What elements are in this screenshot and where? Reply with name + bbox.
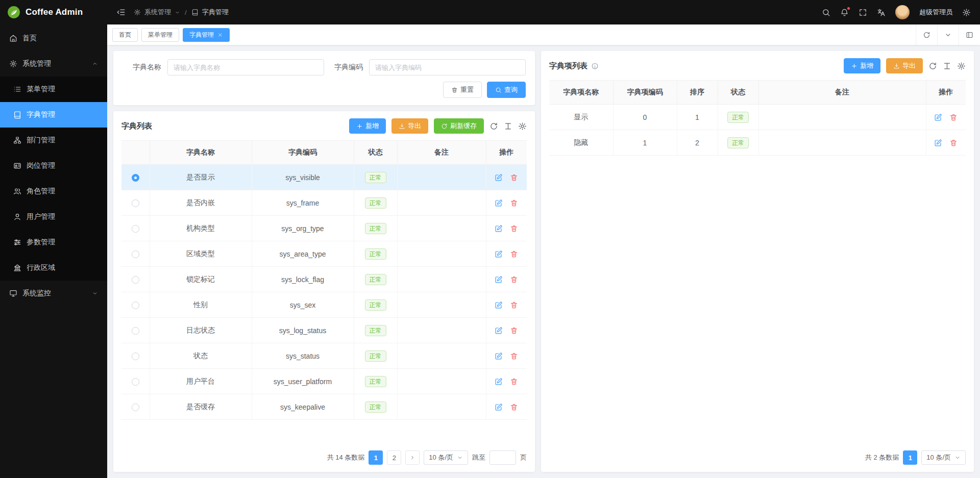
sidebar-item-home[interactable]: 首页 xyxy=(0,26,107,51)
table-row[interactable]: 状态 sys_status 正常 xyxy=(121,343,527,369)
edit-icon[interactable] xyxy=(495,173,503,182)
close-icon[interactable] xyxy=(217,32,223,38)
bell-icon[interactable] xyxy=(840,8,849,17)
table-row[interactable]: 机构类型 sys_org_type 正常 xyxy=(121,216,527,241)
refresh-icon[interactable] xyxy=(916,24,937,45)
row-radio[interactable] xyxy=(132,225,139,233)
jump-page-input[interactable] xyxy=(489,450,516,465)
query-button[interactable]: 查询 xyxy=(487,82,526,98)
page-button-1[interactable]: 1 xyxy=(903,450,917,465)
sidebar-item-post-mgmt[interactable]: 岗位管理 xyxy=(0,153,107,179)
column-settings-icon[interactable] xyxy=(518,122,527,131)
edit-icon[interactable] xyxy=(495,275,503,284)
fullscreen-icon[interactable] xyxy=(859,8,867,17)
user-name[interactable]: 超级管理员 xyxy=(919,8,952,17)
sidebar-item-region-mgmt[interactable]: 行政区域 xyxy=(0,255,107,281)
breadcrumb-item-system[interactable]: 系统管理 xyxy=(144,8,171,17)
table-row[interactable]: 显示 0 1 正常 xyxy=(549,105,966,130)
row-radio[interactable] xyxy=(132,276,139,284)
table-row[interactable]: 隐藏 1 2 正常 xyxy=(549,130,966,156)
delete-icon[interactable] xyxy=(510,301,518,309)
edit-icon[interactable] xyxy=(495,250,503,258)
dict-name-label: 字典名称 xyxy=(122,63,167,72)
density-icon[interactable] xyxy=(504,122,512,131)
delete-icon[interactable] xyxy=(510,326,518,335)
dict-code-input[interactable] xyxy=(369,59,526,76)
page-button-1[interactable]: 1 xyxy=(369,450,383,465)
avatar[interactable] xyxy=(895,5,910,19)
tab-dict-mgmt[interactable]: 字典管理 xyxy=(183,28,230,42)
delete-icon[interactable] xyxy=(949,139,958,147)
delete-icon[interactable] xyxy=(510,173,518,182)
page-size-select[interactable]: 10 条/页 xyxy=(424,450,468,465)
delete-icon[interactable] xyxy=(510,275,518,284)
edit-icon[interactable] xyxy=(495,378,503,386)
chevron-down-icon[interactable] xyxy=(175,10,180,15)
row-radio[interactable] xyxy=(132,378,139,386)
translate-icon[interactable] xyxy=(877,8,886,17)
table-row[interactable]: 是否显示 sys_visible 正常 xyxy=(121,165,527,190)
delete-icon[interactable] xyxy=(510,403,518,411)
sidebar-item-system-mgmt[interactable]: 系统管理 xyxy=(0,51,107,77)
status-badge: 正常 xyxy=(365,274,386,285)
delete-icon[interactable] xyxy=(510,378,518,386)
edit-icon[interactable] xyxy=(934,113,942,121)
tab-home[interactable]: 首页 xyxy=(112,28,138,42)
row-radio[interactable] xyxy=(132,353,139,360)
delete-icon[interactable] xyxy=(510,250,518,258)
table-row[interactable]: 用户平台 sys_user_platform 正常 xyxy=(121,369,527,394)
refresh-cache-button[interactable]: 刷新缓存 xyxy=(434,118,484,134)
layout-icon[interactable] xyxy=(959,24,980,45)
density-icon[interactable] xyxy=(943,62,951,70)
edit-icon[interactable] xyxy=(495,301,503,309)
search-icon[interactable] xyxy=(822,8,830,17)
app-logo[interactable]: Coffee Admin xyxy=(0,0,107,24)
add-item-button[interactable]: 新增 xyxy=(844,58,880,73)
edit-icon[interactable] xyxy=(495,403,503,411)
refresh-icon[interactable] xyxy=(489,122,498,131)
export-button[interactable]: 导出 xyxy=(391,118,428,134)
sidebar-item-menu-mgmt[interactable]: 菜单管理 xyxy=(0,77,107,102)
row-radio[interactable] xyxy=(132,327,139,335)
tab-menu-mgmt[interactable]: 菜单管理 xyxy=(141,28,179,42)
page-size-select[interactable]: 10 条/页 xyxy=(921,450,966,465)
table-row[interactable]: 是否内嵌 sys_frame 正常 xyxy=(121,190,527,216)
page-button-2[interactable]: 2 xyxy=(387,450,401,465)
edit-icon[interactable] xyxy=(495,199,503,207)
menu-fold-icon[interactable] xyxy=(116,8,126,17)
sidebar-item-system-monitor[interactable]: 系统监控 xyxy=(0,281,107,306)
edit-icon[interactable] xyxy=(934,139,942,147)
table-row[interactable]: 区域类型 sys_area_type 正常 xyxy=(121,241,527,267)
delete-icon[interactable] xyxy=(510,199,518,207)
delete-icon[interactable] xyxy=(949,113,958,121)
table-row[interactable]: 锁定标记 sys_lock_flag 正常 xyxy=(121,267,527,292)
row-radio[interactable] xyxy=(132,199,139,207)
sidebar-item-dept-mgmt[interactable]: 部门管理 xyxy=(0,128,107,153)
sidebar-item-user-mgmt[interactable]: 用户管理 xyxy=(0,204,107,230)
delete-icon[interactable] xyxy=(510,224,518,233)
edit-icon[interactable] xyxy=(495,326,503,335)
sidebar-item-param-mgmt[interactable]: 参数管理 xyxy=(0,230,107,255)
row-radio[interactable] xyxy=(132,404,139,411)
reset-button[interactable]: 重置 xyxy=(443,82,482,98)
table-row[interactable]: 性别 sys_sex 正常 xyxy=(121,292,527,318)
sidebar-item-dict-mgmt[interactable]: 字典管理 xyxy=(0,102,107,128)
sidebar-item-role-mgmt[interactable]: 角色管理 xyxy=(0,179,107,204)
next-page-button[interactable] xyxy=(405,450,420,465)
edit-icon[interactable] xyxy=(495,224,503,233)
table-row[interactable]: 日志状态 sys_log_status 正常 xyxy=(121,318,527,343)
row-radio[interactable] xyxy=(132,174,139,182)
refresh-icon[interactable] xyxy=(928,62,937,70)
column-settings-icon[interactable] xyxy=(957,62,966,70)
row-radio[interactable] xyxy=(132,301,139,309)
settings-gear-icon[interactable] xyxy=(962,8,971,17)
add-button[interactable]: 新增 xyxy=(349,118,386,134)
chevron-down-icon[interactable] xyxy=(937,24,959,45)
dict-name-input[interactable] xyxy=(167,59,324,76)
info-icon[interactable] xyxy=(591,62,599,70)
export-items-button[interactable]: 导出 xyxy=(886,58,923,73)
table-row[interactable]: 是否缓存 sys_keepalive 正常 xyxy=(121,394,527,420)
row-radio[interactable] xyxy=(132,250,139,258)
edit-icon[interactable] xyxy=(495,352,503,360)
delete-icon[interactable] xyxy=(510,352,518,360)
